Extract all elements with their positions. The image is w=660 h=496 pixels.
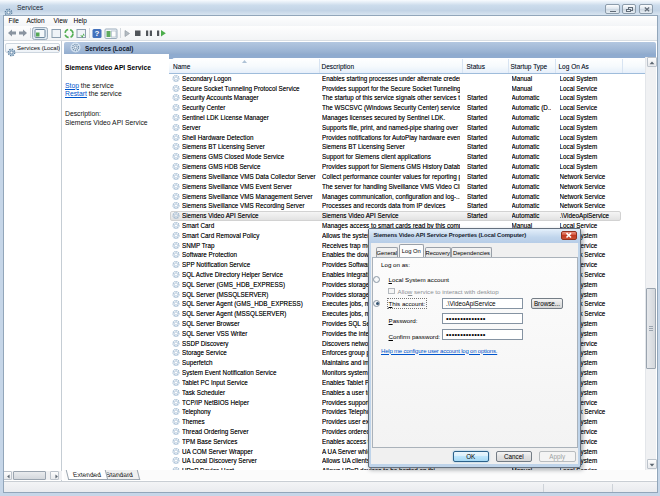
svg-text:?: ? (95, 29, 100, 38)
